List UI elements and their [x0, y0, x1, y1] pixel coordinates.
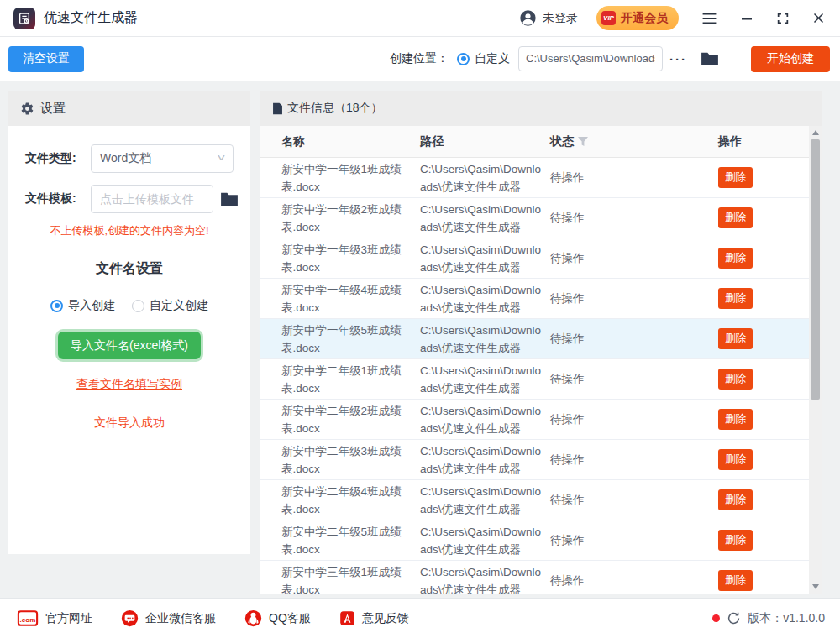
scrollbar-thumb[interactable] [811, 139, 820, 400]
file-path-cell: C:\Users\Qasim\Downloads\优速文件生成器 [420, 160, 550, 196]
table-row[interactable]: 新安中学二年级1班成绩表.docxC:\Users\Qasim\Download… [260, 359, 809, 400]
custom-location-radio[interactable] [457, 53, 470, 65]
feedback-link[interactable]: 意见反馈 [339, 610, 409, 626]
file-status-cell: 待操作 [550, 411, 718, 428]
main-area: 设置 文件类型: Word文档 ˅ 文件模板: 不上传模板,创建的文件内容为空! [0, 81, 840, 598]
delete-button[interactable]: 删除 [718, 369, 753, 390]
import-create-radio-label: 导入创建 [68, 298, 115, 313]
scroll-down-arrow-icon[interactable] [809, 581, 822, 593]
file-info-panel: 文件信息（18个） 名称 路径 状态 操作 新安中学一年级1班成绩表.docxC… [260, 91, 822, 594]
qq-service-label: QQ客服 [269, 611, 311, 626]
more-options-button[interactable]: ··· [669, 52, 687, 66]
file-action-cell: 删除 [718, 369, 809, 390]
file-action-cell: 删除 [718, 328, 809, 349]
file-action-cell: 删除 [718, 449, 809, 470]
table-row[interactable]: 新安中学二年级4班成绩表.docxC:\Users\Qasim\Download… [260, 480, 809, 520]
feedback-label: 意见反馈 [362, 611, 409, 626]
minimize-button[interactable] [740, 12, 753, 25]
delete-button[interactable]: 删除 [718, 530, 753, 551]
file-action-cell: 删除 [718, 530, 809, 551]
file-status-cell: 待操作 [550, 249, 718, 267]
app-title: 优速文件生成器 [44, 9, 138, 27]
official-website-link[interactable]: .com 官方网址 [17, 610, 92, 626]
file-type-select[interactable]: Word文档 ˅ [91, 144, 234, 173]
table-row[interactable]: 新安中学二年级2班成绩表.docxC:\Users\Qasim\Download… [260, 400, 809, 440]
table-row[interactable]: 新安中学二年级3班成绩表.docxC:\Users\Qasim\Download… [260, 440, 809, 480]
file-template-label: 文件模板: [25, 191, 91, 207]
file-path-cell: C:\Users\Qasim\Downloads\优速文件生成器 [420, 563, 550, 595]
maximize-button[interactable] [776, 12, 790, 25]
minimize-icon [740, 12, 753, 25]
import-create-radio[interactable]: 导入创建 [50, 298, 115, 313]
table-row[interactable]: 新安中学一年级1班成绩表.docxC:\Users\Qasim\Download… [260, 158, 809, 198]
custom-location-radio-label[interactable]: 自定义 [475, 51, 510, 66]
delete-button[interactable]: 删除 [718, 288, 753, 309]
delete-button[interactable]: 删除 [718, 409, 753, 430]
filename-section-header: 文件名设置 [25, 260, 234, 278]
vip-icon: VIP [601, 11, 616, 25]
toolbar: 清空设置 创建位置： 自定义 ··· 开始创建 [0, 37, 840, 81]
wechat-service-label: 企业微信客服 [145, 611, 216, 626]
open-vip-button[interactable]: VIP 开通会员 [596, 6, 679, 30]
footer: .com 官方网址 企业微信客服 QQ客服 意见反馈 版本：v1.1.0.0 [0, 598, 840, 638]
file-table-header: 名称 路径 状态 操作 [260, 126, 809, 158]
chevron-down-icon: ˅ [218, 153, 226, 165]
qq-service-link[interactable]: QQ客服 [244, 609, 311, 627]
delete-button[interactable]: 删除 [718, 489, 753, 510]
file-status-cell: 待操作 [550, 572, 718, 589]
fullscreen-icon [776, 12, 790, 25]
table-row[interactable]: 新安中学一年级5班成绩表.docxC:\Users\Qasim\Download… [260, 319, 809, 359]
file-name-cell: 新安中学一年级1班成绩表.docx [281, 160, 420, 196]
delete-button[interactable]: 删除 [718, 207, 753, 228]
svg-text:.com: .com [20, 616, 36, 624]
browse-folder-button[interactable] [701, 51, 719, 66]
table-row[interactable]: 新安中学一年级4班成绩表.docxC:\Users\Qasim\Download… [260, 279, 809, 319]
file-name-cell: 新安中学一年级5班成绩表.docx [281, 322, 420, 357]
delete-button[interactable]: 删除 [718, 328, 753, 349]
template-browse-button[interactable] [220, 191, 239, 207]
file-path-cell: C:\Users\Qasim\Downloads\优速文件生成器 [420, 322, 550, 357]
custom-create-radio[interactable]: 自定义创建 [132, 298, 208, 313]
file-table: 名称 路径 状态 操作 新安中学一年级1班成绩表.docxC:\Users\Qa… [260, 126, 809, 594]
delete-button[interactable]: 删除 [718, 248, 753, 269]
wechat-service-link[interactable]: 企业微信客服 [121, 609, 216, 627]
file-action-cell: 删除 [718, 248, 809, 269]
table-row[interactable]: 新安中学一年级3班成绩表.docxC:\Users\Qasim\Download… [260, 238, 809, 279]
menu-button[interactable] [701, 12, 717, 25]
website-icon: .com [17, 610, 39, 626]
login-status[interactable]: 未登录 [519, 9, 578, 27]
table-row[interactable]: 新安中学三年级1班成绩表.docxC:\Users\Qasim\Download… [260, 561, 809, 594]
table-row[interactable]: 新安中学二年级5班成绩表.docxC:\Users\Qasim\Download… [260, 520, 809, 561]
template-upload-input[interactable] [91, 185, 213, 213]
file-action-cell: 删除 [718, 570, 809, 591]
radio-selected-icon [50, 300, 63, 312]
file-info-header: 文件信息（18个） [260, 91, 822, 126]
delete-button[interactable]: 删除 [718, 167, 753, 188]
refresh-icon[interactable] [727, 611, 741, 625]
file-status-cell: 待操作 [550, 370, 718, 388]
delete-button[interactable]: 删除 [718, 570, 753, 591]
close-button[interactable] [812, 12, 825, 24]
clear-settings-button[interactable]: 清空设置 [8, 46, 84, 72]
gear-icon [20, 102, 34, 116]
file-path-cell: C:\Users\Qasim\Downloads\优速文件生成器 [420, 442, 550, 478]
file-name-cell: 新安中学二年级4班成绩表.docx [281, 483, 420, 518]
filter-funnel-icon[interactable] [578, 137, 588, 146]
scroll-up-arrow-icon[interactable] [809, 127, 822, 139]
column-header-name: 名称 [281, 134, 420, 149]
settings-panel-title: 设置 [40, 101, 66, 117]
vertical-scrollbar[interactable] [809, 126, 822, 594]
location-path-input[interactable] [518, 46, 663, 71]
filename-example-link[interactable]: 查看文件名填写实例 [25, 377, 234, 392]
file-table-body: 新安中学一年级1班成绩表.docxC:\Users\Qasim\Download… [260, 158, 809, 594]
import-filename-button[interactable]: 导入文件名(excel格式) [58, 332, 201, 359]
vip-button-label: 开通会员 [621, 11, 668, 26]
start-create-button[interactable]: 开始创建 [751, 46, 830, 72]
table-row[interactable]: 新安中学一年级2班成绩表.docxC:\Users\Qasim\Download… [260, 198, 809, 238]
settings-panel: 设置 文件类型: Word文档 ˅ 文件模板: 不上传模板,创建的文件内容为空! [8, 91, 250, 554]
delete-button[interactable]: 删除 [718, 449, 753, 470]
wechat-service-icon [121, 609, 139, 627]
file-path-cell: C:\Users\Qasim\Downloads\优速文件生成器 [420, 402, 550, 437]
column-header-status[interactable]: 状态 [550, 134, 718, 149]
hamburger-icon [701, 12, 717, 25]
